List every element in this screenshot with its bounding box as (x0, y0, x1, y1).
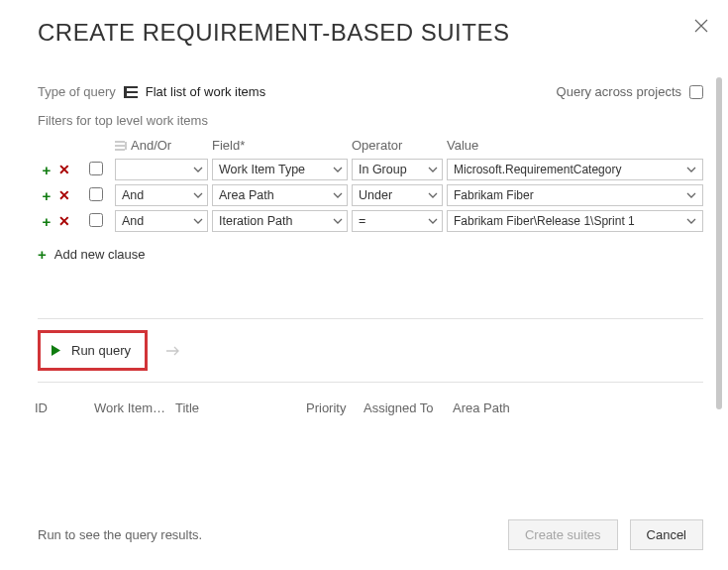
chevron-down-icon (333, 218, 343, 224)
add-clause-icon[interactable]: + (38, 210, 55, 232)
andor-select[interactable]: And (115, 184, 208, 206)
chevron-down-icon (686, 192, 696, 198)
scrollbar[interactable] (716, 77, 722, 409)
andor-select[interactable] (115, 159, 208, 180)
svg-rect-3 (124, 86, 127, 98)
operator-select[interactable]: Under (352, 184, 443, 206)
query-type-control[interactable]: Type of query Flat list of work items (38, 84, 265, 99)
plus-icon: + (38, 246, 47, 263)
query-header-row: Type of query Flat list of work items Qu… (38, 84, 703, 99)
forward-arrow-icon (165, 345, 181, 357)
chevron-down-icon (193, 218, 203, 224)
add-new-clause-button[interactable]: + Add new clause (38, 246, 703, 263)
create-suites-button[interactable]: Create suites (508, 519, 618, 550)
query-type-label: Type of query (38, 84, 116, 99)
cross-projects-label: Query across projects (557, 84, 681, 99)
column-header-operator: Operator (352, 138, 443, 159)
field-select[interactable]: Work Item Type (212, 159, 348, 180)
close-button[interactable] (692, 17, 710, 35)
remove-clause-icon[interactable]: ✕ (55, 210, 73, 232)
play-icon (51, 344, 61, 357)
field-select[interactable]: Iteration Path (212, 210, 348, 232)
clause-checkbox[interactable] (89, 187, 103, 201)
chevron-down-icon (193, 192, 203, 198)
column-header-priority[interactable]: Priority (306, 400, 344, 415)
filters-grid: And/Or Field* Operator Value + ✕ Work It… (38, 138, 703, 236)
dialog-footer: Run to see the query results. Create sui… (38, 519, 703, 550)
clause-checkbox[interactable] (89, 162, 103, 175)
column-header-id[interactable]: ID (35, 400, 74, 415)
remove-clause-icon[interactable]: ✕ (55, 159, 73, 180)
chevron-down-icon (686, 218, 696, 224)
field-select[interactable]: Area Path (212, 184, 348, 206)
results-column-headers: ID Work Item… Title Priority Assigned To… (35, 400, 703, 415)
value-select[interactable]: Fabrikam Fiber\Release 1\Sprint 1 (447, 210, 703, 232)
chevron-down-icon (333, 192, 343, 198)
divider (38, 382, 703, 383)
flat-list-icon (124, 86, 138, 98)
column-header-value: Value (447, 138, 703, 159)
dialog-title: CREATE REQUIREMENT-BASED SUITES (38, 19, 703, 47)
clause-checkbox[interactable] (89, 213, 103, 227)
run-query-highlight: Run query (38, 330, 148, 371)
filters-section-label: Filters for top level work items (38, 113, 703, 128)
group-clause-icon (115, 141, 127, 151)
cross-projects-checkbox[interactable] (689, 85, 703, 99)
column-header-assigned[interactable]: Assigned To (364, 400, 433, 415)
chevron-down-icon (428, 192, 438, 198)
chevron-down-icon (428, 167, 438, 172)
column-header-title[interactable]: Title (175, 400, 286, 415)
column-header-areapath[interactable]: Area Path (453, 400, 510, 415)
add-clause-icon[interactable]: + (38, 159, 55, 180)
column-header-andor: And/Or (115, 138, 208, 159)
add-clause-icon[interactable]: + (38, 184, 55, 206)
footer-hint: Run to see the query results. (38, 527, 202, 542)
toolbar-row: Run query (38, 319, 703, 382)
query-type-value: Flat list of work items (146, 84, 265, 99)
chevron-down-icon (686, 167, 696, 172)
column-header-workitem[interactable]: Work Item… (94, 400, 156, 415)
chevron-down-icon (428, 218, 438, 224)
chevron-down-icon (333, 167, 343, 172)
operator-select[interactable]: = (352, 210, 443, 232)
chevron-down-icon (193, 167, 203, 172)
value-select[interactable]: Microsoft.RequirementCategory (447, 159, 703, 180)
run-query-button[interactable]: Run query (51, 343, 131, 358)
operator-select[interactable]: In Group (352, 159, 443, 180)
cross-projects-control[interactable]: Query across projects (557, 84, 703, 99)
remove-clause-icon[interactable]: ✕ (55, 184, 73, 206)
column-header-field: Field* (212, 138, 348, 159)
andor-select[interactable]: And (115, 210, 208, 232)
value-select[interactable]: Fabrikam Fiber (447, 184, 703, 206)
cancel-button[interactable]: Cancel (630, 519, 703, 550)
